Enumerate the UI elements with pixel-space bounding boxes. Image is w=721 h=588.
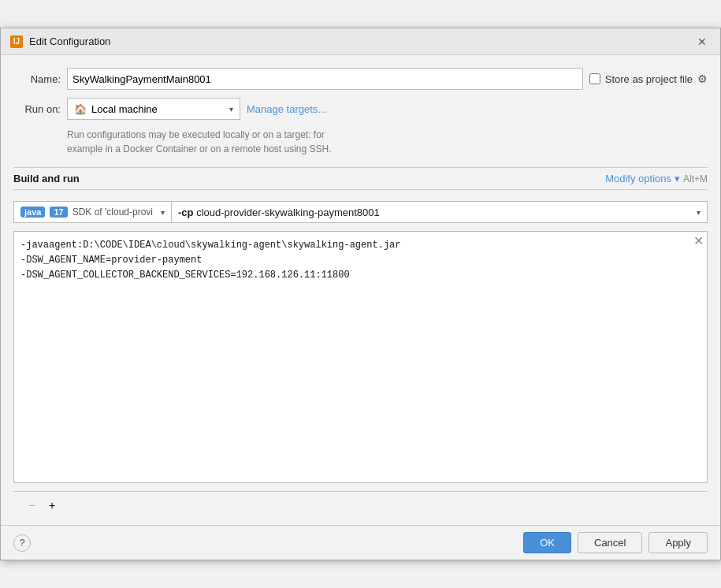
store-section: Store as project file ⚙ <box>589 73 708 85</box>
cp-dropdown[interactable]: -cp cloud-provider-skywalking-payment800… <box>171 201 708 223</box>
code-area: ✕ -javaagent:D:\CODE\IDEA\cloud\skywalki… <box>13 231 708 483</box>
name-label: Name: <box>13 73 61 85</box>
modify-options-button[interactable]: Modify options ▾ Alt+M <box>605 173 708 184</box>
section-title: Build and run <box>13 173 80 184</box>
code-line-2: -DSW_AGENT_NAME=provider-payment <box>20 253 701 268</box>
help-button[interactable]: ? <box>13 534 31 552</box>
cp-dropdown-arrow-icon: ▾ <box>697 208 701 217</box>
add-button[interactable]: + <box>43 497 61 514</box>
code-clear-button[interactable]: ✕ <box>693 235 704 247</box>
ok-button[interactable]: OK <box>523 532 571 553</box>
dialog-title: Edit Configuration <box>29 35 110 47</box>
run-on-label: Run on: <box>13 103 61 115</box>
code-line-3: -DSW_AGENT_COLLECTOR_BACKEND_SERVICES=19… <box>20 268 701 283</box>
sdk-dropdown[interactable]: java 17 SDK of 'cloud-provi ▾ <box>13 201 171 223</box>
dialog-footer: ? OK Cancel Apply <box>1 525 720 560</box>
dropdown-arrow-icon: ▾ <box>229 105 233 114</box>
name-row: Name: Store as project file ⚙ <box>13 68 708 90</box>
gear-icon[interactable]: ⚙ <box>697 73 708 85</box>
sdk-label: java <box>20 207 45 218</box>
sdk-dropdown-arrow-icon: ▾ <box>161 208 165 217</box>
cp-flag: -cp <box>178 207 194 218</box>
build-run-section-header: Build and run Modify options ▾ Alt+M <box>13 167 708 190</box>
code-line-1: -javaagent:D:\CODE\IDEA\cloud\skywalking… <box>20 238 701 253</box>
remove-button[interactable]: − <box>23 497 40 514</box>
edit-configuration-dialog: IJ Edit Configuration ✕ Name: Store as p… <box>0 28 721 560</box>
description-text: Run configurations may be executed local… <box>67 128 708 156</box>
store-label: Store as project file <box>605 73 693 85</box>
sdk-version: 17 <box>50 207 67 218</box>
store-checkbox[interactable] <box>589 73 600 84</box>
title-bar: IJ Edit Configuration ✕ <box>1 28 720 55</box>
apply-button[interactable]: Apply <box>649 532 708 553</box>
app-icon: IJ <box>10 35 23 48</box>
close-button[interactable]: ✕ <box>693 33 711 50</box>
title-bar-left: IJ Edit Configuration <box>10 35 110 48</box>
run-on-dropdown[interactable]: 🏠 Local machine ▾ <box>67 98 240 120</box>
cp-value: cloud-provider-skywalking-payment8001 <box>196 207 380 218</box>
name-input[interactable] <box>67 68 583 90</box>
home-icon: 🏠 <box>74 103 87 115</box>
local-machine-text: Local machine <box>91 103 158 115</box>
run-on-row: Run on: 🏠 Local machine ▾ Manage targets… <box>13 98 708 120</box>
cancel-button[interactable]: Cancel <box>578 532 642 553</box>
sdk-text: SDK of 'cloud-provi <box>72 207 153 218</box>
modify-shortcut: Alt+M <box>683 173 708 184</box>
main-content: Name: Store as project file ⚙ Run on: 🏠 … <box>1 55 720 525</box>
bottom-toolbar: − + <box>13 491 708 519</box>
sdk-row: java 17 SDK of 'cloud-provi ▾ -cp cloud-… <box>13 201 708 223</box>
manage-targets-link[interactable]: Manage targets... <box>247 103 326 115</box>
footer-right: OK Cancel Apply <box>523 532 708 553</box>
